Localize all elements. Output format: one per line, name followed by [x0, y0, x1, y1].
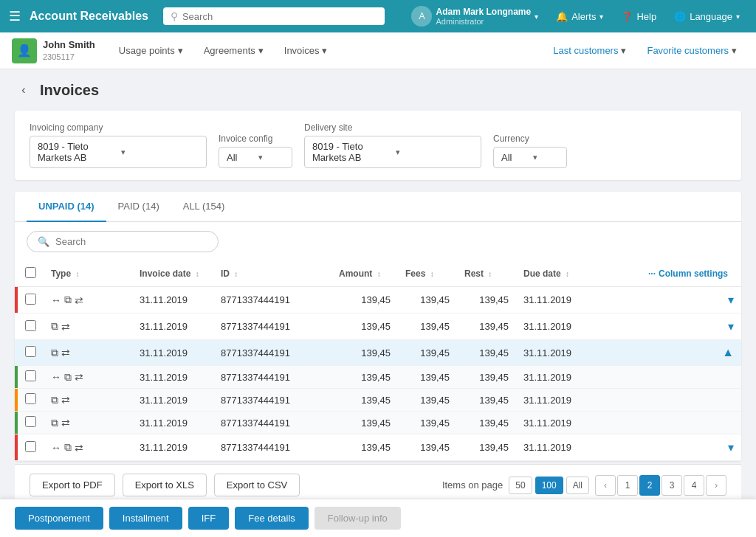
type-icon[interactable]: ⧉	[51, 394, 58, 406]
row-due-date: 31.11.2019	[516, 412, 597, 434]
next-page-button[interactable]: ›	[706, 475, 726, 496]
search-input[interactable]	[182, 11, 377, 22]
type-icon[interactable]: ⇄	[75, 442, 83, 454]
type-icon[interactable]: ⧉	[51, 417, 58, 429]
hamburger-icon[interactable]: ☰	[9, 8, 21, 24]
usage-points-label: Usage points	[119, 45, 175, 56]
row-invoice-date: 31.11.2019	[132, 313, 213, 340]
help-label: Help	[636, 11, 656, 22]
row-checkbox[interactable]	[25, 294, 36, 305]
sort-fees-icon[interactable]: ↕	[430, 270, 434, 278]
tab-all[interactable]: ALL (154)	[171, 192, 237, 222]
invoices-menu[interactable]: Invoices ▾	[275, 39, 337, 62]
row-checkbox[interactable]	[25, 320, 36, 331]
type-icon[interactable]: ↔	[51, 371, 61, 383]
user-role: Administrator	[436, 17, 531, 26]
table-search-input[interactable]	[55, 236, 207, 247]
type-icon[interactable]: ⧉	[64, 371, 72, 384]
sort-amount-icon[interactable]: ↕	[377, 270, 381, 278]
agreements-menu[interactable]: Agreements ▾	[195, 39, 272, 62]
bottom-action-bar: Postponement Installment IFF Fee details…	[0, 499, 756, 517]
favorite-customers-menu[interactable]: Favorite customers ▾	[639, 41, 744, 60]
sort-rest-icon[interactable]: ↕	[488, 270, 492, 278]
language-menu[interactable]: 🌐 Language ▾	[667, 7, 747, 27]
export-pdf-button[interactable]: Export to PDF	[30, 474, 115, 496]
usage-points-menu[interactable]: Usage points ▾	[110, 39, 192, 62]
row-expand-cell: ▾	[597, 287, 741, 313]
row-checkbox[interactable]	[25, 370, 36, 381]
row-type: ⧉⇄	[44, 389, 132, 412]
row-checkbox[interactable]	[25, 416, 36, 427]
row-type: ⧉⇄	[44, 412, 132, 434]
tab-paid[interactable]: PAID (14)	[106, 192, 171, 222]
search-box[interactable]: ⚲	[163, 7, 385, 25]
col-header-amount: Amount ↕	[331, 261, 398, 287]
language-icon: 🌐	[674, 11, 686, 22]
postponement-button[interactable]: Postponement	[15, 507, 103, 517]
sort-id-icon[interactable]: ↕	[234, 270, 238, 278]
type-icon[interactable]: ⇄	[75, 294, 83, 306]
fee-details-button[interactable]: Fee details	[235, 507, 309, 517]
expand-button[interactable]: ▾	[728, 320, 734, 333]
col-header-id: ID ↕	[213, 261, 331, 287]
currency-select[interactable]: All ▾	[493, 147, 567, 168]
expand-button[interactable]: ▾	[728, 441, 734, 454]
type-icon[interactable]: ⧉	[51, 347, 58, 359]
row-fees: 139,45	[398, 313, 457, 340]
select-all-checkbox[interactable]	[25, 267, 36, 278]
type-icon[interactable]: ⧉	[64, 294, 72, 306]
page-size-all[interactable]: All	[566, 477, 589, 494]
currency-chevron-icon: ▾	[533, 153, 559, 162]
type-icon[interactable]: ⧉	[64, 441, 72, 454]
row-checkbox[interactable]	[25, 441, 36, 452]
page-4-button[interactable]: 4	[684, 475, 704, 496]
type-icon[interactable]: ⇄	[75, 371, 83, 383]
row-amount: 139,45	[331, 389, 398, 412]
invoice-config-select[interactable]: All ▾	[219, 147, 292, 168]
table-search-box[interactable]: 🔍	[27, 231, 219, 252]
page-size-50[interactable]: 50	[509, 477, 532, 494]
export-csv-button[interactable]: Export to CSV	[214, 474, 300, 496]
help-menu[interactable]: ❓ Help	[614, 7, 664, 27]
type-icon[interactable]: ⇄	[61, 394, 70, 406]
follow-up-info-button[interactable]: Follow-up info	[315, 507, 401, 517]
page-size-100[interactable]: 100	[535, 477, 563, 494]
column-settings-button[interactable]: Column settings	[659, 268, 728, 279]
back-button[interactable]: ‹	[15, 81, 32, 99]
user-menu[interactable]: A Adam Mark Longname Administrator ▾	[404, 1, 546, 31]
customer-info: 👤 John Smith 2305117	[12, 38, 95, 63]
row-due-date: 31.11.2019	[516, 434, 597, 461]
sort-due-icon[interactable]: ↕	[566, 270, 569, 278]
alerts-menu[interactable]: 🔔 Alerts ▾	[549, 7, 611, 27]
currency-filter: Currency All ▾	[493, 134, 567, 168]
prev-page-button[interactable]: ‹	[595, 475, 616, 496]
delivery-site-select[interactable]: 8019 - Tieto Markets AB ▾	[304, 136, 481, 168]
type-icon[interactable]: ⇄	[61, 347, 70, 358]
iff-button[interactable]: IFF	[188, 507, 230, 517]
nav-right: A Adam Mark Longname Administrator ▾ 🔔 A…	[404, 1, 747, 31]
row-type: ↔⧉⇄	[44, 287, 132, 313]
row-checkbox[interactable]	[25, 393, 36, 404]
expand-button[interactable]: ▾	[728, 294, 734, 306]
last-customers-menu[interactable]: Last customers ▾	[546, 41, 633, 60]
sort-date-icon[interactable]: ↕	[196, 270, 199, 278]
secondary-navigation: 👤 John Smith 2305117 Usage points ▾ Agre…	[0, 32, 756, 69]
table-row: ⧉⇄31.11.20198771337444191139,45139,45139…	[15, 412, 741, 434]
type-icon[interactable]: ↔	[51, 442, 61, 454]
page-3-button[interactable]: 3	[662, 475, 682, 496]
type-icon[interactable]: ⇄	[61, 321, 70, 333]
page-1-button[interactable]: 1	[617, 475, 638, 496]
table-row: ↔⧉⇄31.11.20198771337444191139,45139,4513…	[15, 366, 741, 389]
page-2-button[interactable]: 2	[639, 475, 660, 496]
row-checkbox[interactable]	[25, 346, 36, 357]
sort-type-icon[interactable]: ↕	[75, 270, 79, 278]
type-icon[interactable]: ⧉	[51, 320, 58, 333]
export-xls-button[interactable]: Export to XLS	[123, 474, 207, 496]
installment-button[interactable]: Installment	[109, 507, 182, 517]
tab-unpaid[interactable]: UNPAID (14)	[27, 192, 106, 222]
collapse-button[interactable]: ▲	[722, 346, 734, 358]
tabs-header: UNPAID (14) PAID (14) ALL (154)	[15, 192, 741, 222]
type-icon[interactable]: ↔	[51, 294, 61, 306]
invoicing-company-select[interactable]: 8019 - Tieto Markets AB ▾	[30, 136, 207, 168]
type-icon[interactable]: ⇄	[61, 417, 70, 429]
